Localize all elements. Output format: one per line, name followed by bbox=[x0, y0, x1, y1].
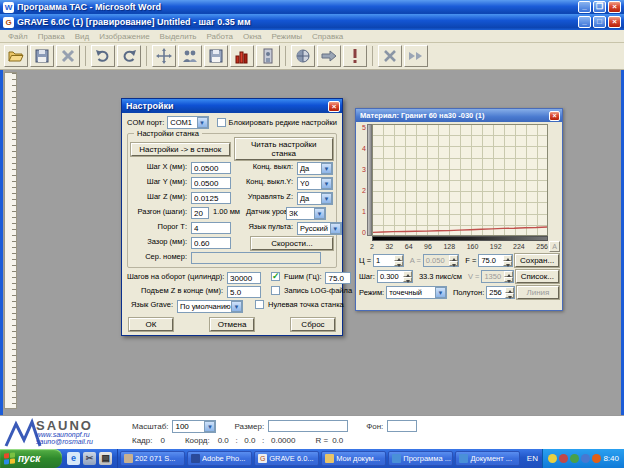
chevron-down-icon[interactable]: ▼ bbox=[321, 163, 332, 174]
sauno-email-link[interactable]: sauno@rosmail.ru bbox=[36, 438, 93, 445]
spin-down-icon[interactable] bbox=[503, 261, 512, 267]
tray-icon-2[interactable] bbox=[559, 454, 568, 463]
step-y-input[interactable] bbox=[191, 177, 231, 189]
chevron-down-icon[interactable]: ▼ bbox=[330, 223, 341, 234]
limit-switch-combo[interactable]: Да▼ bbox=[297, 162, 333, 175]
cancel-button[interactable]: Отмена bbox=[210, 318, 254, 331]
menu-image[interactable]: Изображение bbox=[99, 32, 149, 41]
stop-button[interactable] bbox=[378, 45, 402, 67]
accel-input[interactable] bbox=[191, 207, 209, 219]
undo-button[interactable] bbox=[91, 45, 115, 67]
send-button[interactable] bbox=[317, 45, 341, 67]
menu-file[interactable]: Файл bbox=[8, 32, 28, 41]
tray-icon-5[interactable] bbox=[592, 454, 601, 463]
grave-lang-combo[interactable]: По умолчанию▼ bbox=[177, 300, 243, 313]
spin-down-icon[interactable] bbox=[505, 293, 514, 299]
chevron-down-icon[interactable]: ▼ bbox=[435, 287, 446, 298]
limit-y-combo[interactable]: Y0▼ bbox=[297, 177, 333, 190]
run-job-button[interactable] bbox=[343, 45, 367, 67]
material-close-button[interactable]: × bbox=[549, 111, 560, 121]
chevron-down-icon[interactable]: ▼ bbox=[197, 117, 208, 128]
mode-combo[interactable]: точечный▼ bbox=[386, 286, 447, 299]
taskbar-item-grave[interactable]: GGRAVE 6.0... bbox=[254, 451, 319, 466]
tray-icon-4[interactable] bbox=[581, 454, 590, 463]
move-tool-button[interactable] bbox=[152, 45, 176, 67]
chevron-down-icon[interactable]: ▼ bbox=[231, 301, 242, 312]
taskbar-item-document[interactable]: Документ ... bbox=[455, 451, 520, 466]
steps-per-rev-input[interactable] bbox=[227, 272, 261, 284]
step-param-spinner[interactable]: 0.300 bbox=[377, 270, 413, 283]
menu-windows[interactable]: Окна bbox=[243, 32, 262, 41]
speeds-button[interactable]: Скорости... bbox=[251, 237, 333, 250]
open-file-button[interactable] bbox=[4, 45, 28, 67]
outer-restore-button[interactable]: ❐ bbox=[593, 1, 606, 13]
app-maximize-button[interactable]: □ bbox=[593, 16, 606, 28]
settings-close-button[interactable]: × bbox=[328, 101, 340, 112]
exit-button[interactable] bbox=[256, 45, 280, 67]
taskbar-item-photoshop[interactable]: Adobe Pho... bbox=[187, 451, 252, 466]
preview-button[interactable] bbox=[291, 45, 315, 67]
calculator-icon[interactable]: ▤ bbox=[99, 452, 112, 465]
threshold-input[interactable] bbox=[191, 222, 231, 234]
read-settings-button[interactable]: Читать настройки станка bbox=[235, 138, 334, 160]
tray-icon-3[interactable] bbox=[570, 454, 579, 463]
save-copy-button[interactable] bbox=[204, 45, 228, 67]
menu-view[interactable]: Вид bbox=[75, 32, 89, 41]
chevron-down-icon[interactable]: ▼ bbox=[321, 193, 332, 204]
size-input[interactable] bbox=[268, 420, 348, 432]
step-z-input[interactable] bbox=[191, 192, 231, 204]
block-settings-checkbox[interactable] bbox=[217, 118, 226, 127]
log-checkbox[interactable] bbox=[271, 286, 280, 295]
z-lift-input[interactable] bbox=[227, 286, 261, 298]
redo-button[interactable] bbox=[117, 45, 141, 67]
portraits-button[interactable] bbox=[178, 45, 202, 67]
menu-help[interactable]: Справка bbox=[312, 32, 343, 41]
f-param-spinner[interactable]: 75.0 bbox=[478, 254, 513, 267]
spin-down-icon[interactable] bbox=[394, 261, 403, 267]
chevron-down-icon[interactable]: ▼ bbox=[204, 421, 215, 432]
save-button[interactable] bbox=[30, 45, 54, 67]
zero-point-checkbox[interactable] bbox=[255, 300, 264, 309]
tray-icon-1[interactable] bbox=[548, 454, 557, 463]
write-settings-button[interactable]: Настройки -> в станок bbox=[131, 143, 230, 156]
fpwm-checkbox[interactable] bbox=[271, 272, 280, 281]
panel-lang-combo[interactable]: Русский▼ bbox=[297, 222, 342, 235]
histogram-button[interactable] bbox=[230, 45, 254, 67]
app-close-button[interactable]: × bbox=[608, 16, 621, 28]
chevron-down-icon[interactable]: ▼ bbox=[314, 208, 325, 219]
scale-combo[interactable]: 100▼ bbox=[172, 420, 216, 433]
axis-mode-button[interactable]: A bbox=[549, 241, 560, 252]
control-z-combo[interactable]: Да▼ bbox=[297, 192, 333, 205]
step-x-input[interactable] bbox=[191, 162, 231, 174]
chart-plot-area[interactable] bbox=[372, 124, 548, 236]
delete-button[interactable] bbox=[56, 45, 80, 67]
reset-button[interactable]: Сброс bbox=[291, 318, 335, 331]
menu-work[interactable]: Работа bbox=[207, 32, 233, 41]
spin-down-icon[interactable] bbox=[403, 277, 412, 283]
continue-button[interactable] bbox=[404, 45, 428, 67]
gap-input[interactable] bbox=[191, 237, 231, 249]
com-port-combo[interactable]: COM1 ▼ bbox=[167, 116, 208, 129]
messenger-icon[interactable]: ✂ bbox=[83, 452, 96, 465]
taskbar-item-mydocs[interactable]: Мои докум... bbox=[321, 451, 386, 466]
language-indicator[interactable]: EN bbox=[522, 449, 542, 468]
ok-button[interactable]: ОК bbox=[129, 318, 173, 331]
outer-close-button[interactable]: × bbox=[608, 1, 621, 13]
menu-edit[interactable]: Правка bbox=[38, 32, 65, 41]
sauno-site-link[interactable]: www.saunonpf.ru bbox=[36, 431, 93, 438]
start-button[interactable]: пуск bbox=[0, 449, 62, 468]
ie-icon[interactable]: e bbox=[67, 452, 80, 465]
app-minimize-button[interactable]: _ bbox=[578, 16, 591, 28]
taskbar-item-program[interactable]: Программа ... bbox=[388, 451, 453, 466]
level-sensor-combo[interactable]: ЗК▼ bbox=[286, 207, 326, 220]
menu-select[interactable]: Выделить bbox=[160, 32, 197, 41]
c-param-spinner[interactable]: 1 bbox=[373, 254, 404, 267]
list-button[interactable]: Список... bbox=[516, 270, 559, 283]
taskbar-item-photos[interactable]: 202 071 S... bbox=[120, 451, 185, 466]
menu-modes[interactable]: Режимы bbox=[272, 32, 302, 41]
save-material-button[interactable]: Сохран... bbox=[515, 254, 559, 267]
chevron-down-icon[interactable]: ▼ bbox=[321, 178, 332, 189]
halftone-spinner[interactable]: 256 bbox=[486, 286, 515, 299]
outer-minimize-button[interactable]: _ bbox=[578, 1, 591, 13]
bg-input[interactable] bbox=[387, 420, 417, 432]
